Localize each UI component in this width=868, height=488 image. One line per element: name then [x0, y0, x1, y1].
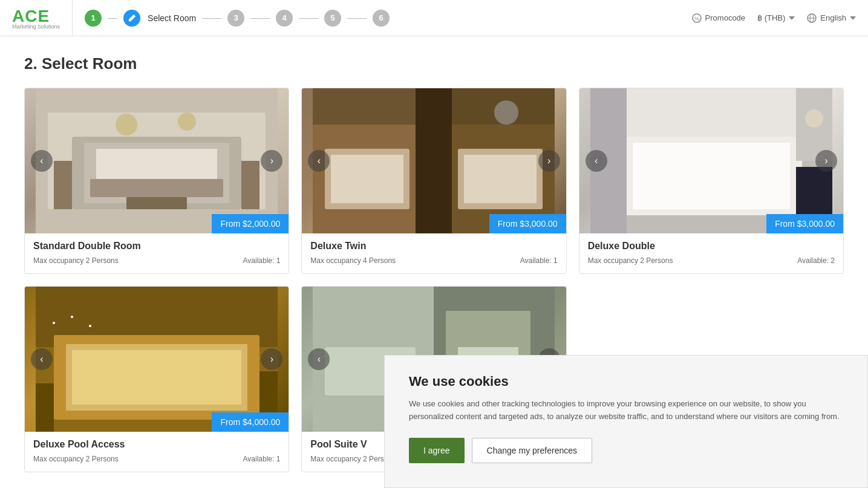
- room-name-standard-double: Standard Double Room: [33, 241, 280, 252]
- svg-point-34: [805, 109, 823, 128]
- room-card-standard-double: ‹ › From $2,000.00 Standard Double Room …: [24, 88, 289, 274]
- step-4[interactable]: 4: [276, 10, 293, 27]
- carousel-next-deluxe-double[interactable]: ›: [815, 150, 837, 172]
- room-card-deluxe-pool-access: ‹ › From $4,000.00 Deluxe Pool Access Ma…: [24, 286, 289, 472]
- price-badge-deluxe-pool-access: From $4,000.00: [212, 412, 289, 432]
- room-available-deluxe-pool-access: Available: 1: [243, 455, 281, 463]
- svg-point-44: [89, 325, 91, 327]
- room-occupancy-deluxe-pool-access: Max occupancy 2 Persons: [33, 455, 119, 463]
- carousel-prev-pool-suite[interactable]: ‹: [308, 348, 330, 370]
- svg-rect-13: [54, 161, 72, 209]
- step-connector-2: ——: [202, 13, 221, 24]
- carousel-prev-deluxe-twin[interactable]: ‹: [308, 150, 330, 172]
- carousel-prev-standard-double[interactable]: ‹: [31, 150, 53, 172]
- room-name-deluxe-pool-access: Deluxe Pool Access: [33, 439, 280, 450]
- svg-rect-21: [331, 155, 403, 203]
- room-info-deluxe-pool-access: Deluxe Pool Access Max occupancy 2 Perso…: [25, 432, 289, 472]
- cookie-title: We use cookies: [409, 374, 843, 389]
- cookie-buttons: I agree Change my preferences: [409, 438, 843, 463]
- step-connector-4: ——: [299, 13, 318, 24]
- carousel-next-standard-double[interactable]: ›: [261, 150, 282, 172]
- room-meta-deluxe-twin: Max occupancy 4 Persons Available: 1: [310, 256, 557, 265]
- page-title: 2. Select Room: [24, 54, 844, 73]
- step-5[interactable]: 5: [324, 10, 341, 27]
- currency-label: ฿ (THB): [757, 13, 785, 22]
- room-occupancy-pool-suite: Max occupancy 2 Persons: [310, 455, 396, 463]
- svg-point-11: [116, 114, 137, 135]
- carousel-next-deluxe-twin[interactable]: ›: [538, 150, 560, 172]
- logo-text: ACE: [12, 7, 50, 25]
- svg-point-12: [178, 112, 196, 131]
- step-connector-3: ——: [250, 13, 270, 24]
- cookie-banner: We use cookies We use cookies and other …: [384, 355, 868, 488]
- svg-rect-15: [126, 197, 187, 209]
- svg-text:%: %: [694, 16, 699, 22]
- svg-rect-14: [241, 161, 259, 209]
- room-image: [25, 287, 289, 432]
- step-connector-5: ——: [347, 13, 367, 24]
- room-available-deluxe-double: Available: 2: [797, 256, 835, 265]
- svg-rect-10: [90, 179, 223, 197]
- svg-rect-24: [416, 88, 452, 233]
- room-image-wrapper: ‹ › From $3,000.00: [579, 88, 843, 233]
- room-image-wrapper: ‹ › From $4,000.00: [25, 287, 289, 432]
- room-available-standard-double: Available: 1: [243, 256, 281, 265]
- step-connector-1: —: [108, 13, 117, 24]
- promocode-button[interactable]: % Promocode: [692, 13, 745, 23]
- room-meta-deluxe-pool-access: Max occupancy 2 Persons Available: 1: [33, 455, 280, 463]
- price-badge-deluxe-double: From $3,000.00: [766, 214, 843, 233]
- preferences-button[interactable]: Change my preferences: [472, 438, 592, 463]
- room-info-deluxe-twin: Deluxe Twin Max occupancy 4 Persons Avai…: [302, 233, 566, 273]
- room-card-deluxe-double: ‹ › From $3,000.00 Deluxe Double Max occ…: [579, 88, 844, 274]
- cookie-text: We use cookies and other tracking techno…: [409, 398, 843, 423]
- currency-chevron-icon: [789, 16, 795, 20]
- room-name-deluxe-double: Deluxe Double: [588, 241, 835, 252]
- step-1[interactable]: 1: [85, 10, 102, 27]
- language-icon: [807, 13, 817, 23]
- room-meta-standard-double: Max occupancy 2 Persons Available: 1: [33, 256, 280, 265]
- language-label: English: [820, 13, 846, 22]
- svg-rect-39: [72, 350, 241, 405]
- logo-sub: Marketing Solutions: [12, 24, 60, 30]
- language-chevron-icon: [850, 16, 856, 20]
- promocode-icon: %: [692, 13, 702, 23]
- svg-rect-40: [36, 383, 54, 432]
- svg-rect-30: [633, 143, 790, 209]
- header-right: % Promocode ฿ (THB) English: [692, 13, 856, 23]
- room-occupancy-deluxe-double: Max occupancy 2 Persons: [588, 256, 673, 265]
- stepper: 1 — Select Room —— 3 —— 4 —— 5 —— 6: [85, 10, 692, 27]
- currency-button[interactable]: ฿ (THB): [757, 13, 795, 22]
- room-image: [302, 88, 566, 233]
- step-3[interactable]: 3: [227, 10, 244, 27]
- carousel-prev-deluxe-double[interactable]: ‹: [586, 150, 607, 172]
- room-image: [25, 88, 289, 233]
- promocode-label: Promocode: [705, 13, 745, 22]
- room-image-wrapper: ‹ › From $3,000.00: [302, 88, 566, 233]
- room-info-standard-double: Standard Double Room Max occupancy 2 Per…: [25, 233, 289, 273]
- svg-point-25: [494, 100, 518, 125]
- room-meta-deluxe-double: Max occupancy 2 Persons Available: 2: [588, 256, 835, 265]
- room-image-wrapper: ‹ › From $2,000.00: [25, 88, 289, 233]
- room-info-deluxe-double: Deluxe Double Max occupancy 2 Persons Av…: [579, 233, 843, 273]
- price-badge-standard-double: From $2,000.00: [212, 214, 289, 233]
- svg-point-42: [53, 322, 55, 324]
- room-image: [579, 88, 843, 233]
- step-2[interactable]: [123, 10, 140, 27]
- price-badge-deluxe-twin: From $3,000.00: [489, 214, 566, 233]
- room-occupancy-deluxe-twin: Max occupancy 4 Persons: [310, 256, 396, 265]
- svg-point-43: [71, 316, 73, 318]
- svg-rect-22: [464, 155, 537, 203]
- step-2-label: Select Room: [148, 13, 196, 23]
- step-6[interactable]: 6: [373, 10, 390, 27]
- room-occupancy-standard-double: Max occupancy 2 Persons: [33, 256, 119, 265]
- room-available-deluxe-twin: Available: 1: [520, 256, 558, 265]
- carousel-prev-deluxe-pool-access[interactable]: ‹: [31, 348, 53, 370]
- language-button[interactable]: English: [807, 13, 856, 23]
- logo: ACE Marketing Solutions: [12, 0, 73, 36]
- edit-icon: [127, 13, 137, 23]
- room-card-deluxe-twin: ‹ › From $3,000.00 Deluxe Twin Max occup…: [301, 88, 566, 274]
- carousel-next-deluxe-pool-access[interactable]: ›: [261, 348, 282, 370]
- room-name-deluxe-twin: Deluxe Twin: [310, 241, 557, 252]
- agree-button[interactable]: I agree: [409, 438, 465, 463]
- header: ACE Marketing Solutions 1 — Select Room …: [0, 0, 868, 36]
